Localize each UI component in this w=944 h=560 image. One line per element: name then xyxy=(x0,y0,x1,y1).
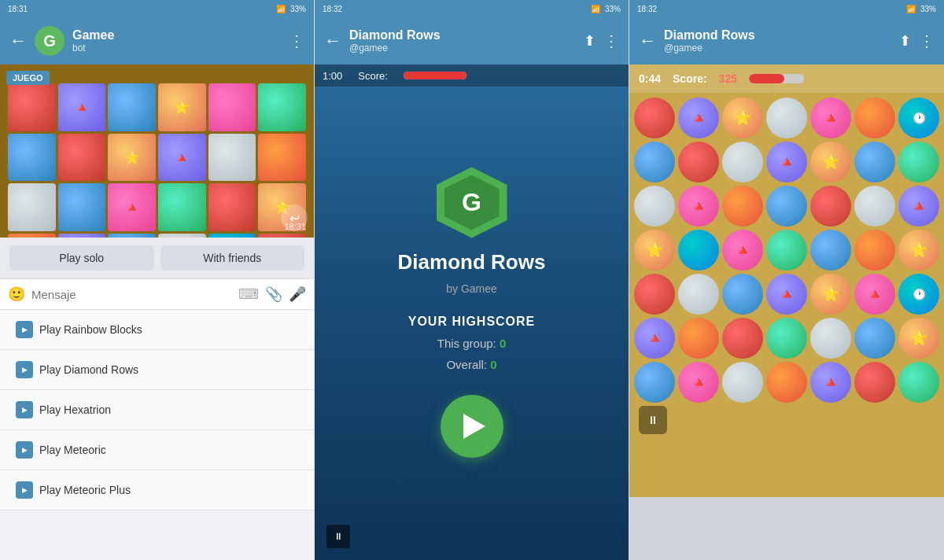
active-gem: 🕐 xyxy=(898,98,939,138)
game-label: Play Diamond Rows xyxy=(39,363,138,376)
list-item-meteoric-plus[interactable]: ▶ Play Meteoric Plus xyxy=(0,470,314,510)
active-gem xyxy=(634,362,675,403)
gem: ⭐ xyxy=(108,134,156,182)
status-right-1: 📶 33% xyxy=(276,5,306,13)
active-gem xyxy=(810,318,851,359)
play-icon: ▶ xyxy=(16,481,33,499)
play-solo-button[interactable]: Play solo xyxy=(9,245,154,271)
active-gem: ⭐ xyxy=(898,230,939,271)
gem xyxy=(8,183,56,231)
splash-game-title: Diamond Rows xyxy=(398,250,546,274)
gem xyxy=(8,134,56,182)
pause-button-splash[interactable]: ⏸ xyxy=(326,525,350,548)
active-gem xyxy=(678,142,719,182)
gem xyxy=(208,234,256,238)
splash-by-label: by Gamee xyxy=(446,282,497,295)
splash-game-title-header: Diamond Rows xyxy=(349,28,576,42)
gem xyxy=(258,134,306,182)
gem xyxy=(8,83,56,131)
active-gem xyxy=(766,230,807,271)
health-bar xyxy=(749,74,804,83)
gem: 🔺 xyxy=(58,234,106,238)
play-icon: ▶ xyxy=(16,441,33,459)
list-item-hexatrion[interactable]: ▶ Play Hexatrion xyxy=(0,390,314,430)
overall-score-row: Overall: 0 xyxy=(446,358,496,371)
chat-subtitle: bot xyxy=(72,42,281,53)
active-gem xyxy=(854,230,895,271)
active-gem xyxy=(854,186,895,227)
list-item-meteoric[interactable]: ▶ Play Meteoric xyxy=(0,430,314,470)
active-game-area: 0:44 Score: 325 🔺 ⭐ 🔺 🕐 🔺 ⭐ xyxy=(629,64,944,497)
gem xyxy=(58,134,106,182)
menu-button-3[interactable]: ⋮ xyxy=(919,31,935,50)
battery-2: 33% xyxy=(605,5,621,13)
share-button[interactable]: ↩ xyxy=(281,204,308,231)
overall-score-val: 0 xyxy=(490,358,496,371)
active-gem: 🕐 xyxy=(898,274,939,315)
active-gem: 🔺 xyxy=(678,186,719,227)
back-button[interactable]: ← xyxy=(9,31,27,51)
active-gem xyxy=(722,318,763,359)
active-gem xyxy=(722,274,763,315)
splash-header: ← Diamond Rows @gamee ⬆ ⋮ xyxy=(315,17,629,64)
play-icon: ▶ xyxy=(16,321,33,338)
mic-icon[interactable]: 🎤 xyxy=(289,286,306,303)
active-game-sub: @gamee xyxy=(664,42,891,53)
score-bar-fill xyxy=(404,72,466,79)
menu-button[interactable]: ⋮ xyxy=(289,31,304,50)
status-right-3: 📶 33% xyxy=(906,5,936,13)
share-button-3[interactable]: ⬆ xyxy=(899,32,911,50)
message-input[interactable] xyxy=(31,288,232,301)
active-gem xyxy=(766,318,807,359)
group-score-row: This group: 0 xyxy=(437,337,507,350)
pause-button-active[interactable]: ⏸ xyxy=(639,406,667,434)
play-big-button[interactable] xyxy=(441,395,503,458)
play-icon: ▶ xyxy=(16,361,33,378)
active-gem: 🔺 xyxy=(854,274,895,315)
status-bar-3: 18:32 📶 33% xyxy=(629,0,944,17)
gem xyxy=(8,234,56,238)
active-header-info: Diamond Rows @gamee xyxy=(664,28,891,53)
active-gem: 🔺 xyxy=(766,142,807,182)
active-game-title: Diamond Rows xyxy=(664,28,891,42)
splash-game-sub: @gamee xyxy=(349,42,576,53)
game-label: Play Meteoric xyxy=(39,444,106,456)
keyboard-icon[interactable]: ⌨ xyxy=(238,286,259,303)
active-gem-grid: 🔺 ⭐ 🔺 🕐 🔺 ⭐ 🔺 🔺 ⭐ 🔺 xyxy=(629,93,944,407)
gem xyxy=(158,183,206,231)
menu-button-2[interactable]: ⋮ xyxy=(603,31,619,50)
score-label-splash: Score: xyxy=(358,70,388,82)
active-gem xyxy=(854,318,895,359)
list-item-diamond-rows[interactable]: ▶ Play Diamond Rows xyxy=(0,350,314,390)
with-friends-button[interactable]: With friends xyxy=(160,245,305,271)
bottom-gray-area xyxy=(629,497,944,560)
active-gem xyxy=(854,142,895,182)
status-right-2: 📶 33% xyxy=(591,5,621,13)
attach-icon[interactable]: 📎 xyxy=(265,286,282,303)
active-gem xyxy=(722,362,763,403)
overall-score-label: Overall: xyxy=(446,358,487,371)
gem: 🔺 xyxy=(158,134,206,182)
health-fill xyxy=(749,74,785,83)
active-gem xyxy=(766,98,807,138)
wifi-icon-2: 📶 xyxy=(591,5,600,13)
active-gem xyxy=(810,230,851,271)
share-button-2[interactable]: ⬆ xyxy=(584,32,596,50)
status-time-1: 18:31 xyxy=(8,5,28,13)
play-triangle-icon xyxy=(463,414,485,439)
timer-display: 1:00 xyxy=(323,70,342,82)
back-button-2[interactable]: ← xyxy=(324,31,341,51)
juego-badge: JUEGO xyxy=(6,71,50,85)
wifi-icon-3: 📶 xyxy=(906,5,916,13)
play-buttons-row: Play solo With friends xyxy=(0,238,314,278)
active-gem xyxy=(678,318,719,359)
gem xyxy=(158,234,206,238)
active-gem: ⭐ xyxy=(810,142,851,182)
gem-preview-grid: 🔺 ⭐ ⭐ 🔺 🔺 ⭐ 🔺 xyxy=(0,64,314,238)
back-button-3[interactable]: ← xyxy=(639,31,656,51)
list-item-rainbow-blocks[interactable]: ▶ Play Rainbow Blocks xyxy=(0,310,314,350)
active-timer-bar: 0:44 Score: 325 xyxy=(629,64,944,93)
active-gem xyxy=(678,274,719,315)
active-gem xyxy=(898,142,939,182)
panel-game-splash: 18:32 📶 33% ← Diamond Rows @gamee ⬆ ⋮ 1:… xyxy=(315,0,629,560)
